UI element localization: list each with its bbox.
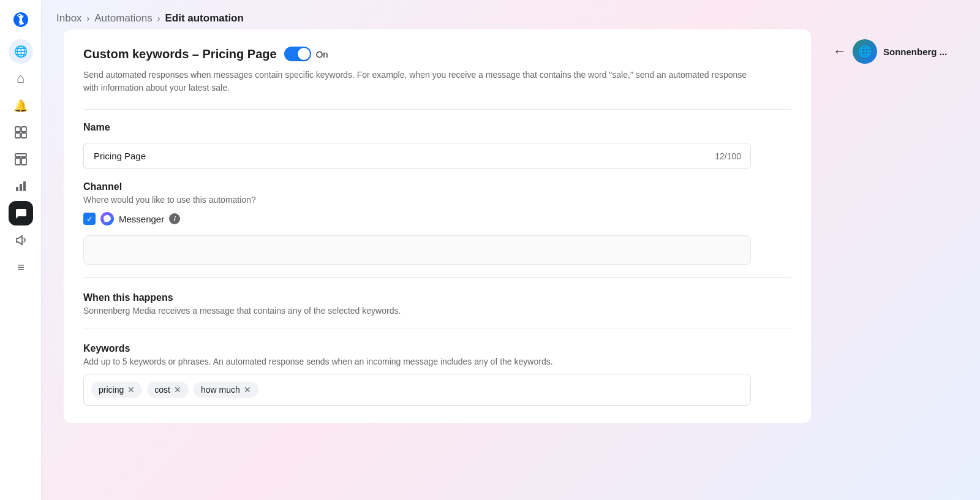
header-row: Inbox › Automations › Edit automation xyxy=(42,0,980,29)
name-input[interactable] xyxy=(83,143,751,169)
breadcrumb-inbox[interactable]: Inbox xyxy=(56,12,82,25)
globe-nav-icon[interactable]: 🌐 xyxy=(9,39,33,64)
breadcrumb-sep1: › xyxy=(87,13,90,23)
channel-section-title: Channel xyxy=(83,181,791,192)
tag-cost-remove[interactable]: ✕ xyxy=(174,385,181,394)
keywords-section: Keywords Add up to 5 keywords or phrases… xyxy=(83,343,791,406)
svg-point-0 xyxy=(15,16,20,23)
content-row: Custom keywords – Pricing Page On Send a… xyxy=(42,29,980,500)
chart-nav-icon[interactable] xyxy=(9,174,33,199)
char-count: 12/100 xyxy=(715,151,741,161)
automation-title: Custom keywords – Pricing Page xyxy=(83,47,277,61)
back-button[interactable]: ← xyxy=(833,44,846,59)
tag-pricing-remove[interactable]: ✕ xyxy=(127,385,135,394)
toggle-wrapper: On xyxy=(284,47,328,61)
svg-rect-2 xyxy=(15,127,20,132)
breadcrumb-current: Edit automation xyxy=(165,12,243,25)
bell-nav-icon[interactable]: 🔔 xyxy=(9,93,33,118)
tag-pricing: pricing ✕ xyxy=(91,382,142,398)
svg-rect-7 xyxy=(15,158,20,165)
name-input-wrapper: 12/100 xyxy=(83,143,751,169)
layout-nav-icon[interactable] xyxy=(9,147,33,172)
breadcrumb-sep2: › xyxy=(157,13,160,23)
toggle-knob xyxy=(298,48,310,60)
keywords-section-title: Keywords xyxy=(83,343,791,354)
form-container: Custom keywords – Pricing Page On Send a… xyxy=(64,29,811,423)
toggle-label: On xyxy=(316,49,328,59)
tag-how-much: how much ✕ xyxy=(194,382,258,398)
tag-cost-text: cost xyxy=(154,385,170,395)
empty-input-area[interactable] xyxy=(83,235,751,265)
svg-rect-8 xyxy=(21,158,26,165)
when-section-title: When this happens xyxy=(83,292,791,303)
section-divider-when xyxy=(83,277,791,278)
name-section: Name 12/100 xyxy=(83,122,791,169)
right-panel: ← 🌐 Sonnenberg ... xyxy=(823,29,970,490)
svg-rect-9 xyxy=(16,187,18,191)
svg-rect-4 xyxy=(15,133,20,138)
svg-rect-11 xyxy=(23,181,26,191)
section-divider-top xyxy=(83,109,791,110)
svg-point-1 xyxy=(22,16,27,23)
automation-toggle[interactable] xyxy=(284,47,311,61)
automation-title-row: Custom keywords – Pricing Page On xyxy=(83,47,791,61)
svg-rect-5 xyxy=(21,133,26,138)
meta-logo[interactable] xyxy=(9,7,33,32)
section-divider-keywords xyxy=(83,328,791,328)
tag-how-much-remove[interactable]: ✕ xyxy=(244,385,251,394)
keyword-tags-wrapper[interactable]: pricing ✕ cost ✕ how much ✕ xyxy=(83,374,751,406)
keywords-section-description: Add up to 5 keywords or phrases. An auto… xyxy=(83,357,791,366)
breadcrumb: Inbox › Automations › Edit automation xyxy=(56,12,965,25)
right-panel-account-name: Sonnenberg ... xyxy=(883,47,947,57)
right-panel-avatar: 🌐 xyxy=(853,39,877,64)
channel-section: Channel Where would you like to use this… xyxy=(83,181,791,225)
home-nav-icon[interactable]: ⌂ xyxy=(9,66,33,91)
messenger-icon xyxy=(100,212,114,225)
svg-rect-10 xyxy=(20,184,22,191)
messenger-checkbox-row: ✓ Messenger i xyxy=(83,212,791,225)
page-wrapper: Inbox › Automations › Edit automation Cu… xyxy=(42,0,980,500)
form-area: Custom keywords – Pricing Page On Send a… xyxy=(51,29,823,490)
automation-description: Send automated responses when messages c… xyxy=(83,69,757,94)
messenger-checkbox[interactable]: ✓ xyxy=(83,213,96,225)
name-section-title: Name xyxy=(83,122,791,133)
tag-pricing-text: pricing xyxy=(99,385,124,395)
chat-nav-icon[interactable] xyxy=(9,201,33,225)
when-section-description: Sonnenberg Media receives a message that… xyxy=(83,306,791,316)
grid-nav-icon[interactable] xyxy=(9,120,33,145)
megaphone-nav-icon[interactable] xyxy=(9,228,33,252)
sidebar: 🌐 ⌂ 🔔 ≡ xyxy=(0,0,42,500)
menu-nav-icon[interactable]: ≡ xyxy=(9,255,33,279)
breadcrumb-automations[interactable]: Automations xyxy=(94,12,153,25)
tag-cost: cost ✕ xyxy=(147,382,189,398)
svg-rect-3 xyxy=(21,127,26,132)
svg-rect-6 xyxy=(15,154,26,157)
messenger-info-icon[interactable]: i xyxy=(169,213,180,224)
tag-how-much-text: how much xyxy=(201,385,240,395)
messenger-label: Messenger xyxy=(119,214,164,224)
when-section: When this happens Sonnenberg Media recei… xyxy=(83,292,791,316)
channel-section-subtitle: Where would you like to use this automat… xyxy=(83,195,791,205)
